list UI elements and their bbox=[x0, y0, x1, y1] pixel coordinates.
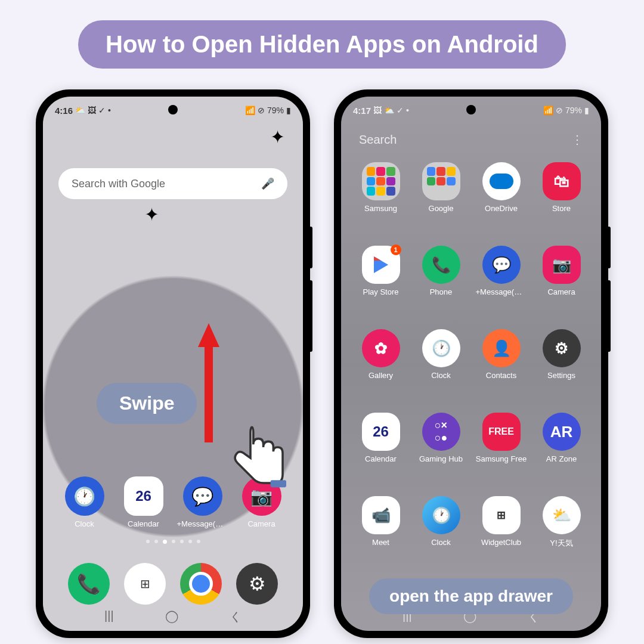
folder-samsung[interactable]: Samsung bbox=[351, 162, 411, 246]
app-contacts[interactable]: 👤Contacts bbox=[471, 329, 531, 413]
app-camera[interactable]: 📷Camera bbox=[531, 246, 592, 329]
app-weather[interactable]: ⛅Y!天気 bbox=[531, 496, 592, 580]
sparkle-icon: ✦ bbox=[144, 204, 159, 225]
app-settings[interactable]: ⚙Settings bbox=[531, 329, 592, 413]
camera-hole bbox=[466, 105, 476, 114]
app-store[interactable]: 🛍Store bbox=[531, 162, 592, 246]
svg-rect-0 bbox=[271, 480, 286, 487]
app-clock-2[interactable]: 🕐Clock bbox=[411, 496, 471, 580]
pointing-hand-icon bbox=[222, 419, 293, 490]
phone-app-drawer: 4:17🖼⛅✓• 📶⊘79%▮ Search ⋮ Samsung Google … bbox=[334, 89, 608, 638]
nav-home-icon[interactable]: ◯ bbox=[165, 609, 178, 625]
more-icon[interactable]: ⋮ bbox=[571, 132, 583, 147]
title-banner: How to Open Hidden Apps on Android bbox=[78, 20, 566, 69]
page-indicator bbox=[43, 540, 303, 544]
app-gallery[interactable]: ✿Gallery bbox=[351, 329, 411, 413]
app-clock[interactable]: 🕐Clock bbox=[411, 329, 471, 413]
dock-widget[interactable]: ⊞ bbox=[124, 563, 166, 605]
phone-home-screen: 4:16⛅🖼✓• 📶⊘79%▮ ✦ Search with Google 🎤 ✦… bbox=[36, 89, 310, 638]
app-widgetclub[interactable]: ⊞WidgetClub bbox=[471, 496, 531, 580]
swipe-instruction-badge: Swipe bbox=[97, 383, 197, 424]
folder-google[interactable]: Google bbox=[411, 162, 471, 246]
app-message[interactable]: 💬+Message(SM... bbox=[177, 476, 228, 528]
app-grid: Samsung Google OneDrive 🛍Store 1Play Sto… bbox=[341, 162, 601, 595]
app-play-store[interactable]: 1Play Store bbox=[351, 246, 411, 329]
app-calendar[interactable]: 26Calendar bbox=[118, 476, 169, 528]
dock-phone[interactable]: 📞 bbox=[68, 563, 110, 605]
dock-settings[interactable]: ⚙ bbox=[236, 563, 278, 605]
app-meet[interactable]: 📹Meet bbox=[351, 496, 411, 580]
app-samsung-free[interactable]: FREESamsung Free bbox=[471, 413, 531, 496]
camera-hole bbox=[168, 105, 178, 114]
open-drawer-badge: open the app drawer bbox=[369, 578, 573, 614]
sparkle-icon: ✦ bbox=[270, 126, 285, 147]
app-clock[interactable]: 🕐Clock bbox=[59, 476, 110, 528]
app-gaming-hub[interactable]: ○×○●Gaming Hub bbox=[411, 413, 471, 496]
microphone-icon[interactable]: 🎤 bbox=[261, 177, 274, 190]
nav-back-icon[interactable]: く bbox=[230, 609, 242, 625]
nav-bar[interactable]: ||| ◯ く bbox=[43, 609, 303, 625]
app-onedrive[interactable]: OneDrive bbox=[471, 162, 531, 246]
app-phone[interactable]: 📞Phone bbox=[411, 246, 471, 329]
dock-chrome[interactable] bbox=[180, 563, 222, 605]
app-message[interactable]: 💬+Message(SM... bbox=[471, 246, 531, 329]
swipe-up-arrow bbox=[198, 323, 219, 442]
nav-recent-icon[interactable]: ||| bbox=[104, 609, 114, 625]
app-ar-zone[interactable]: ARAR Zone bbox=[531, 413, 592, 496]
google-search-bar[interactable]: Search with Google 🎤 bbox=[58, 168, 287, 199]
dock: 📞 ⊞ ⚙ bbox=[43, 563, 303, 605]
search-placeholder: Search with Google bbox=[72, 178, 165, 190]
app-drawer-search[interactable]: Search ⋮ bbox=[353, 126, 589, 153]
app-calendar[interactable]: 26Calendar bbox=[351, 413, 411, 496]
